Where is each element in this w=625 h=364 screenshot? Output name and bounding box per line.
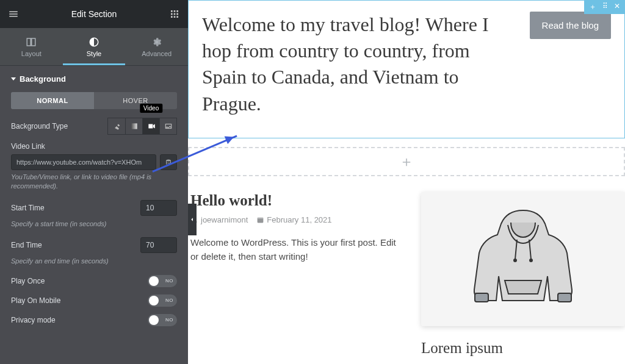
play-once-state: NO [165,278,173,284]
read-blog-button[interactable]: Read the blog [530,12,611,39]
panel-title: Edit Section [71,9,117,19]
post1-title[interactable]: Hello world! [190,192,403,209]
play-mobile-state: NO [165,298,173,303]
svg-rect-6 [171,16,173,18]
bg-video-tooltip: Video [140,104,162,113]
hero-row: Welcome to my travel blog! Where I hop f… [202,12,611,117]
end-time-label: End Time [11,241,42,249]
section-background[interactable]: Background [0,66,188,92]
apps-icon[interactable] [168,8,181,20]
start-time-input[interactable] [140,200,177,216]
start-time-label: Start Time [11,204,45,212]
post1-author[interactable]: joewarnimont [190,215,248,224]
svg-rect-4 [174,13,176,15]
hero-heading[interactable]: Welcome to my travel blog! Where I hop f… [202,12,515,117]
play-once-label: Play Once [11,277,45,285]
svg-rect-5 [176,13,178,15]
add-section-zone[interactable]: ＋ [188,147,625,176]
end-time-hint: Specify an end time (in seconds) [11,257,177,266]
svg-rect-2 [176,10,178,12]
editor-tabs: Layout Style Advanced [0,28,188,66]
play-once-row: Play Once NO [11,275,177,287]
bg-video-btn[interactable]: Video [142,118,159,134]
play-mobile-toggle[interactable]: NO [148,294,177,307]
play-mobile-row: Play On Mobile NO [11,294,177,307]
tab-layout[interactable]: Layout [0,28,63,65]
svg-rect-8 [176,16,178,18]
privacy-state: NO [165,317,173,323]
section-add-icon[interactable]: ＋ [589,2,596,12]
bg-classic-btn[interactable] [108,118,125,134]
post-lorem-card: Lorem ipsum joewarnimont April 1, 2019 L… [421,192,625,364]
post1-date-text: February 11, 2021 [267,215,331,224]
collapse-panel-handle[interactable] [188,204,197,235]
bg-type-label: Background Type [11,122,68,130]
editor-canvas: ＋ ⠿ ✕ Welcome to my travel blog! Where I… [188,0,625,364]
video-link-label: Video Link [11,142,45,151]
section-close-icon[interactable]: ✕ [614,2,620,12]
svg-rect-1 [174,10,176,12]
play-mobile-label: Play On Mobile [11,296,60,305]
post1-date: February 11, 2021 [256,215,331,224]
video-link-row: Video Link [11,142,177,151]
privacy-toggle[interactable]: NO [148,314,177,326]
svg-point-15 [167,160,171,162]
svg-point-21 [513,259,517,262]
bg-type-row: Background Type Video [11,118,177,135]
svg-rect-23 [475,293,488,302]
svg-rect-13 [131,123,137,129]
bg-type-buttons: Video [107,118,177,135]
section-background-label: Background [20,74,66,84]
post1-author-name: joewarnimont [201,215,248,224]
post2-title[interactable]: Lorem ipsum [421,340,625,357]
svg-rect-18 [258,217,264,218]
editor-sidebar: Edit Section Layout Style Advanced Backg… [0,0,188,364]
posts-row: Hello world! joewarnimont February 11, 2… [188,176,625,364]
background-panel: NORMAL HOVER Background Type Video [0,92,188,330]
seg-normal[interactable]: NORMAL [11,92,94,109]
video-link-hint: YouTube/Vimeo link, or link to video fil… [11,173,177,191]
svg-rect-7 [174,16,176,18]
video-link-input-row [11,154,177,170]
end-time-input[interactable] [140,237,177,253]
plus-icon: ＋ [399,152,414,171]
bg-gradient-btn[interactable] [125,118,142,134]
video-link-input[interactable] [11,154,156,170]
menu-icon[interactable] [7,8,20,20]
hoodie-illustration [447,198,599,320]
post-hello-world: Hello world! joewarnimont February 11, 2… [190,192,403,364]
tab-layout-label: Layout [21,50,42,57]
post2-image[interactable] [421,192,625,326]
svg-rect-10 [32,38,35,46]
play-once-toggle[interactable]: NO [148,275,177,287]
post1-meta: joewarnimont February 11, 2021 [190,215,403,224]
tab-advanced-label: Advanced [142,50,172,57]
section-drag-icon[interactable]: ⠿ [602,2,608,12]
tab-advanced[interactable]: Advanced [125,28,188,65]
svg-rect-9 [27,38,31,46]
privacy-label: Privacy mode [11,316,56,324]
section-toolbar: ＋ ⠿ ✕ [584,0,625,14]
tab-style[interactable]: Style [63,28,126,65]
start-time-hint: Specify a start time (in seconds) [11,219,177,229]
tab-style-label: Style [87,50,101,57]
end-time-row: End Time [11,237,177,253]
bg-slideshow-btn[interactable] [159,118,176,134]
sidebar-header: Edit Section [0,0,188,28]
svg-point-22 [529,259,533,262]
seg-hover[interactable]: HOVER [94,92,177,109]
caret-down-icon [11,77,16,80]
start-time-row: Start Time [11,200,177,216]
privacy-row: Privacy mode NO [11,314,177,326]
svg-rect-24 [558,293,571,302]
svg-rect-3 [171,13,173,15]
section-hero[interactable]: ＋ ⠿ ✕ Welcome to my travel blog! Where I… [188,0,625,138]
post1-excerpt: Welcome to WordPress. This is your first… [190,235,403,264]
calendar-icon [256,216,264,224]
svg-rect-0 [171,10,173,12]
